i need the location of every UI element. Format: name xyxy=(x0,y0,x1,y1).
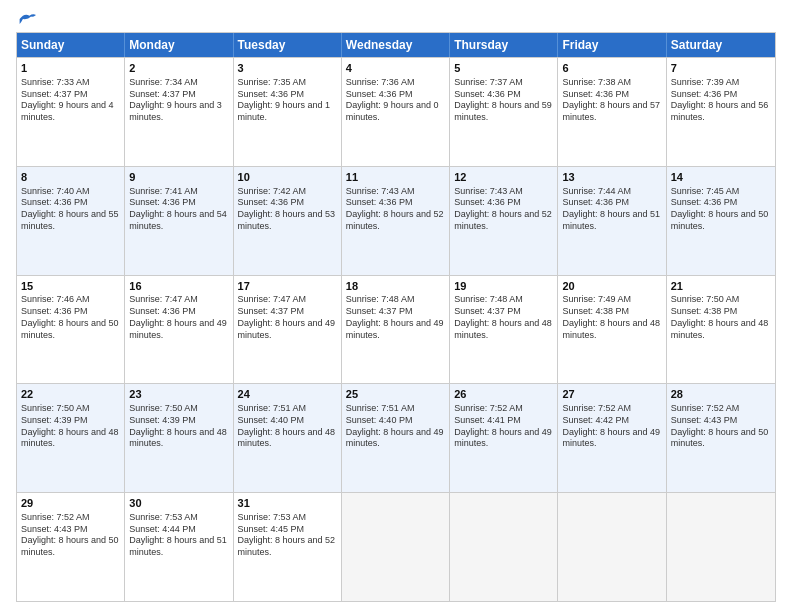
day-number: 18 xyxy=(346,279,445,294)
cell-info: Sunrise: 7:48 AMSunset: 4:37 PMDaylight:… xyxy=(454,294,553,341)
cal-cell-day-10: 10Sunrise: 7:42 AMSunset: 4:36 PMDayligh… xyxy=(234,167,342,275)
cal-cell-day-15: 15Sunrise: 7:46 AMSunset: 4:36 PMDayligh… xyxy=(17,276,125,384)
cell-info: Sunrise: 7:38 AMSunset: 4:36 PMDaylight:… xyxy=(562,77,661,124)
cell-info: Sunrise: 7:39 AMSunset: 4:36 PMDaylight:… xyxy=(671,77,771,124)
cal-cell-day-9: 9Sunrise: 7:41 AMSunset: 4:36 PMDaylight… xyxy=(125,167,233,275)
day-number: 2 xyxy=(129,61,228,76)
day-number: 27 xyxy=(562,387,661,402)
cal-cell-day-21: 21Sunrise: 7:50 AMSunset: 4:38 PMDayligh… xyxy=(667,276,775,384)
day-number: 29 xyxy=(21,496,120,511)
cell-info: Sunrise: 7:47 AMSunset: 4:36 PMDaylight:… xyxy=(129,294,228,341)
cal-cell-day-27: 27Sunrise: 7:52 AMSunset: 4:42 PMDayligh… xyxy=(558,384,666,492)
header-day-friday: Friday xyxy=(558,33,666,57)
cell-info: Sunrise: 7:49 AMSunset: 4:38 PMDaylight:… xyxy=(562,294,661,341)
cal-cell-day-5: 5Sunrise: 7:37 AMSunset: 4:36 PMDaylight… xyxy=(450,58,558,166)
cell-info: Sunrise: 7:42 AMSunset: 4:36 PMDaylight:… xyxy=(238,186,337,233)
cell-info: Sunrise: 7:51 AMSunset: 4:40 PMDaylight:… xyxy=(346,403,445,450)
day-number: 6 xyxy=(562,61,661,76)
cal-cell-day-8: 8Sunrise: 7:40 AMSunset: 4:36 PMDaylight… xyxy=(17,167,125,275)
cal-cell-day-18: 18Sunrise: 7:48 AMSunset: 4:37 PMDayligh… xyxy=(342,276,450,384)
day-number: 23 xyxy=(129,387,228,402)
cal-row-2: 8Sunrise: 7:40 AMSunset: 4:36 PMDaylight… xyxy=(17,166,775,275)
cal-cell-day-4: 4Sunrise: 7:36 AMSunset: 4:36 PMDaylight… xyxy=(342,58,450,166)
cell-info: Sunrise: 7:43 AMSunset: 4:36 PMDaylight:… xyxy=(454,186,553,233)
day-number: 15 xyxy=(21,279,120,294)
cell-info: Sunrise: 7:52 AMSunset: 4:43 PMDaylight:… xyxy=(671,403,771,450)
cal-cell-day-11: 11Sunrise: 7:43 AMSunset: 4:36 PMDayligh… xyxy=(342,167,450,275)
cal-row-5: 29Sunrise: 7:52 AMSunset: 4:43 PMDayligh… xyxy=(17,492,775,601)
cell-info: Sunrise: 7:52 AMSunset: 4:41 PMDaylight:… xyxy=(454,403,553,450)
cal-cell-day-30: 30Sunrise: 7:53 AMSunset: 4:44 PMDayligh… xyxy=(125,493,233,601)
day-number: 31 xyxy=(238,496,337,511)
day-number: 17 xyxy=(238,279,337,294)
day-number: 20 xyxy=(562,279,661,294)
cell-info: Sunrise: 7:46 AMSunset: 4:36 PMDaylight:… xyxy=(21,294,120,341)
day-number: 30 xyxy=(129,496,228,511)
day-number: 19 xyxy=(454,279,553,294)
cell-info: Sunrise: 7:50 AMSunset: 4:39 PMDaylight:… xyxy=(21,403,120,450)
cell-info: Sunrise: 7:41 AMSunset: 4:36 PMDaylight:… xyxy=(129,186,228,233)
cal-cell-day-6: 6Sunrise: 7:38 AMSunset: 4:36 PMDaylight… xyxy=(558,58,666,166)
cal-cell-empty xyxy=(667,493,775,601)
cal-cell-empty xyxy=(450,493,558,601)
cell-info: Sunrise: 7:43 AMSunset: 4:36 PMDaylight:… xyxy=(346,186,445,233)
cell-info: Sunrise: 7:47 AMSunset: 4:37 PMDaylight:… xyxy=(238,294,337,341)
cell-info: Sunrise: 7:50 AMSunset: 4:38 PMDaylight:… xyxy=(671,294,771,341)
cell-info: Sunrise: 7:51 AMSunset: 4:40 PMDaylight:… xyxy=(238,403,337,450)
day-number: 21 xyxy=(671,279,771,294)
header-day-saturday: Saturday xyxy=(667,33,775,57)
cell-info: Sunrise: 7:52 AMSunset: 4:43 PMDaylight:… xyxy=(21,512,120,559)
cell-info: Sunrise: 7:50 AMSunset: 4:39 PMDaylight:… xyxy=(129,403,228,450)
cal-cell-day-14: 14Sunrise: 7:45 AMSunset: 4:36 PMDayligh… xyxy=(667,167,775,275)
cell-info: Sunrise: 7:44 AMSunset: 4:36 PMDaylight:… xyxy=(562,186,661,233)
cal-cell-day-24: 24Sunrise: 7:51 AMSunset: 4:40 PMDayligh… xyxy=(234,384,342,492)
day-number: 14 xyxy=(671,170,771,185)
header-day-thursday: Thursday xyxy=(450,33,558,57)
logo-bird-icon xyxy=(18,12,36,26)
day-number: 28 xyxy=(671,387,771,402)
cal-cell-day-20: 20Sunrise: 7:49 AMSunset: 4:38 PMDayligh… xyxy=(558,276,666,384)
day-number: 1 xyxy=(21,61,120,76)
cell-info: Sunrise: 7:33 AMSunset: 4:37 PMDaylight:… xyxy=(21,77,120,124)
cal-cell-day-3: 3Sunrise: 7:35 AMSunset: 4:36 PMDaylight… xyxy=(234,58,342,166)
cal-cell-day-26: 26Sunrise: 7:52 AMSunset: 4:41 PMDayligh… xyxy=(450,384,558,492)
cal-cell-day-7: 7Sunrise: 7:39 AMSunset: 4:36 PMDaylight… xyxy=(667,58,775,166)
cell-info: Sunrise: 7:35 AMSunset: 4:36 PMDaylight:… xyxy=(238,77,337,124)
logo xyxy=(16,12,36,26)
cell-info: Sunrise: 7:48 AMSunset: 4:37 PMDaylight:… xyxy=(346,294,445,341)
calendar-header: SundayMondayTuesdayWednesdayThursdayFrid… xyxy=(17,33,775,57)
cal-cell-day-25: 25Sunrise: 7:51 AMSunset: 4:40 PMDayligh… xyxy=(342,384,450,492)
cal-cell-day-31: 31Sunrise: 7:53 AMSunset: 4:45 PMDayligh… xyxy=(234,493,342,601)
day-number: 8 xyxy=(21,170,120,185)
cal-cell-day-28: 28Sunrise: 7:52 AMSunset: 4:43 PMDayligh… xyxy=(667,384,775,492)
day-number: 25 xyxy=(346,387,445,402)
day-number: 26 xyxy=(454,387,553,402)
day-number: 16 xyxy=(129,279,228,294)
cal-cell-day-29: 29Sunrise: 7:52 AMSunset: 4:43 PMDayligh… xyxy=(17,493,125,601)
cal-cell-day-17: 17Sunrise: 7:47 AMSunset: 4:37 PMDayligh… xyxy=(234,276,342,384)
cal-cell-day-2: 2Sunrise: 7:34 AMSunset: 4:37 PMDaylight… xyxy=(125,58,233,166)
cal-cell-empty xyxy=(342,493,450,601)
cal-row-1: 1Sunrise: 7:33 AMSunset: 4:37 PMDaylight… xyxy=(17,57,775,166)
day-number: 4 xyxy=(346,61,445,76)
cell-info: Sunrise: 7:53 AMSunset: 4:45 PMDaylight:… xyxy=(238,512,337,559)
day-number: 13 xyxy=(562,170,661,185)
day-number: 11 xyxy=(346,170,445,185)
cell-info: Sunrise: 7:53 AMSunset: 4:44 PMDaylight:… xyxy=(129,512,228,559)
cal-cell-day-23: 23Sunrise: 7:50 AMSunset: 4:39 PMDayligh… xyxy=(125,384,233,492)
cell-info: Sunrise: 7:45 AMSunset: 4:36 PMDaylight:… xyxy=(671,186,771,233)
day-number: 24 xyxy=(238,387,337,402)
logo-text xyxy=(16,12,36,26)
day-number: 9 xyxy=(129,170,228,185)
calendar: SundayMondayTuesdayWednesdayThursdayFrid… xyxy=(16,32,776,602)
page: SundayMondayTuesdayWednesdayThursdayFrid… xyxy=(0,0,792,612)
cal-cell-day-19: 19Sunrise: 7:48 AMSunset: 4:37 PMDayligh… xyxy=(450,276,558,384)
day-number: 3 xyxy=(238,61,337,76)
cal-row-3: 15Sunrise: 7:46 AMSunset: 4:36 PMDayligh… xyxy=(17,275,775,384)
day-number: 7 xyxy=(671,61,771,76)
calendar-body: 1Sunrise: 7:33 AMSunset: 4:37 PMDaylight… xyxy=(17,57,775,601)
cell-info: Sunrise: 7:36 AMSunset: 4:36 PMDaylight:… xyxy=(346,77,445,124)
cal-cell-day-16: 16Sunrise: 7:47 AMSunset: 4:36 PMDayligh… xyxy=(125,276,233,384)
cell-info: Sunrise: 7:52 AMSunset: 4:42 PMDaylight:… xyxy=(562,403,661,450)
cal-row-4: 22Sunrise: 7:50 AMSunset: 4:39 PMDayligh… xyxy=(17,383,775,492)
